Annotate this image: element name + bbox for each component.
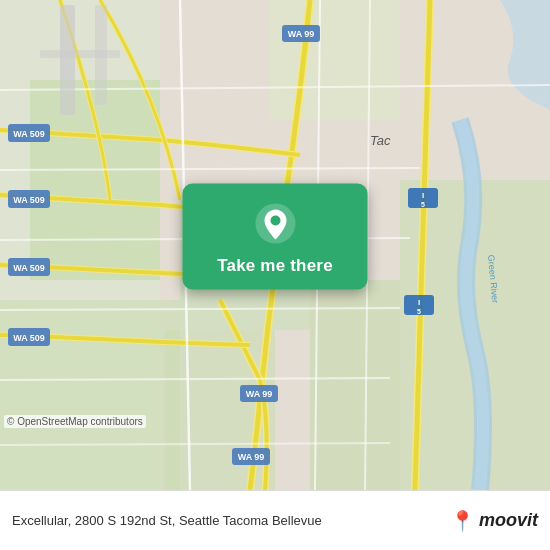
svg-rect-6: [270, 0, 400, 120]
location-pin-icon: [253, 202, 297, 246]
moovit-brand-name: moovit: [479, 510, 538, 531]
svg-text:I: I: [418, 298, 420, 307]
address-text: Excellular, 2800 S 192nd St, Seattle Tac…: [12, 513, 450, 528]
moovit-pin-icon: 📍: [450, 509, 475, 533]
osm-credit: © OpenStreetMap contributors: [4, 415, 146, 428]
moovit-logo: 📍 moovit: [450, 509, 538, 533]
svg-text:Tac: Tac: [370, 133, 391, 148]
svg-text:WA 509: WA 509: [13, 333, 45, 343]
svg-text:WA 509: WA 509: [13, 263, 45, 273]
bottom-bar: Excellular, 2800 S 192nd St, Seattle Tac…: [0, 490, 550, 550]
map-view: WA 509 WA 509 WA 509 WA 509 WA 99 WA 99 …: [0, 0, 550, 490]
svg-text:WA 99: WA 99: [246, 389, 273, 399]
svg-text:WA 99: WA 99: [238, 452, 265, 462]
take-me-there-label: Take me there: [217, 256, 333, 276]
svg-rect-22: [40, 50, 120, 58]
svg-text:5: 5: [421, 201, 425, 208]
svg-rect-20: [60, 5, 75, 115]
take-me-there-button[interactable]: Take me there: [183, 184, 368, 290]
svg-rect-8: [310, 280, 400, 490]
svg-text:5: 5: [417, 308, 421, 315]
svg-text:WA 509: WA 509: [13, 129, 45, 139]
svg-text:WA 99: WA 99: [288, 29, 315, 39]
svg-point-49: [270, 216, 280, 226]
svg-text:WA 509: WA 509: [13, 195, 45, 205]
svg-text:I: I: [422, 191, 424, 200]
